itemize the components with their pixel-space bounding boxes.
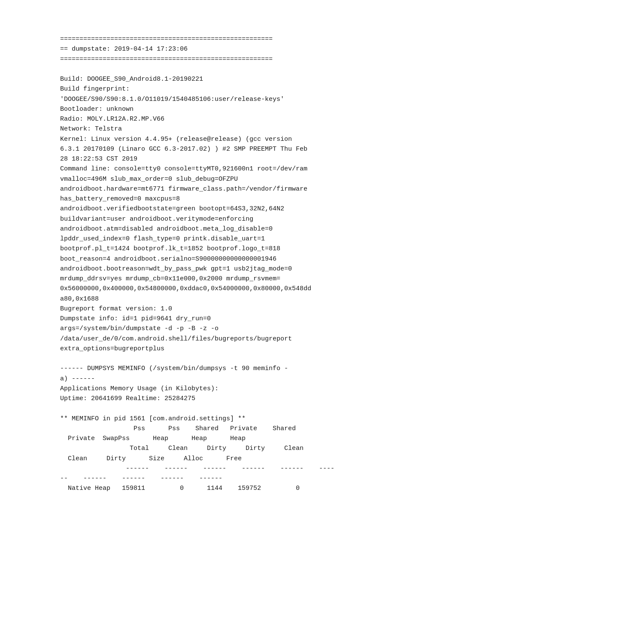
terminal-output: ========================================…	[60, 34, 584, 494]
